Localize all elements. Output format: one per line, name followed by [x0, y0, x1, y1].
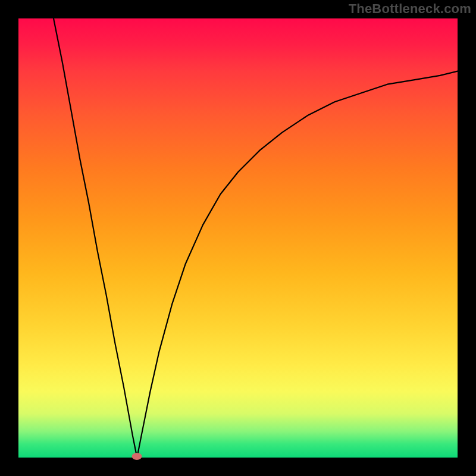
bottleneck-curve	[18, 18, 458, 458]
curve-path	[54, 18, 458, 458]
chart-frame: TheBottleneck.com	[0, 0, 476, 476]
minimum-marker	[132, 453, 142, 460]
watermark-text: TheBottleneck.com	[349, 1, 471, 17]
